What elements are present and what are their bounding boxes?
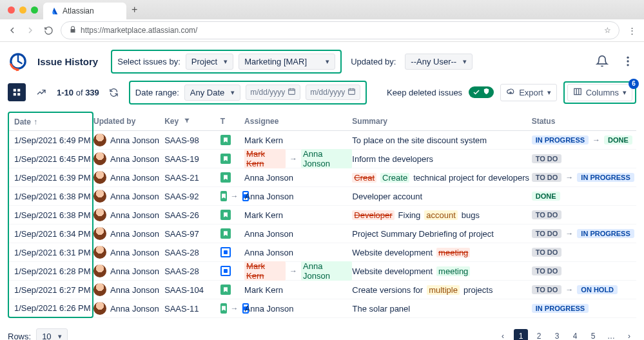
svg-rect-7 (17, 93, 20, 95)
table-row[interactable]: 1/Sep/2021 6:49 PMAnna JonsonSAAS-98Mark… (8, 131, 636, 150)
column-header-assignee[interactable]: Assignee (244, 117, 352, 126)
cell-key[interactable]: SAAS-98 (164, 135, 220, 145)
cell-key[interactable]: SAAS-92 (164, 192, 220, 201)
grid-view-button[interactable] (8, 83, 26, 101)
table-row[interactable]: 1/Sep/2021 6:38 PMAnna JonsonSAAS-26Mark… (8, 206, 636, 225)
tabs-row: Atlassian + (0, 0, 644, 19)
column-header-date[interactable]: Date ↑ (8, 112, 93, 131)
refresh-icon[interactable] (106, 84, 122, 101)
select-project-dropdown[interactable]: Marketing [MAR] ▾ (239, 54, 335, 70)
page-number-button[interactable]: 5 (586, 329, 600, 340)
date-from-input[interactable]: m/dd/yyyy (246, 85, 300, 100)
column-header-summary[interactable]: Summary (352, 117, 531, 126)
table-row[interactable]: 1/Sep/2021 6:28 PMAnna JonsonSAAS-28Mark… (8, 262, 636, 281)
date-range-dropdown[interactable]: Any Date ▾ (184, 85, 240, 101)
updated-by-dropdown[interactable]: --Any User-- ▾ (405, 54, 473, 70)
table-row[interactable]: 1/Sep/2021 6:31 PMAnna JonsonSAAS-28Anna… (8, 243, 636, 262)
updated-by-label: Updated by: (351, 57, 396, 66)
date-range-group: Date range: Any Date ▾ m/dd/yyyy m/dd/yy… (129, 81, 367, 105)
cell-key[interactable]: SAAS-19 (164, 154, 220, 164)
bookmark-star-icon[interactable]: ☆ (604, 26, 611, 35)
rows-per-page-select[interactable]: 10 ▾ (36, 328, 67, 341)
story-type-icon (220, 135, 231, 145)
back-icon[interactable] (6, 25, 18, 36)
cell-type (220, 285, 244, 295)
cell-updated-by: Anna Jonson (93, 171, 164, 184)
column-header-updated-by[interactable]: Updated by (93, 117, 164, 126)
chevron-down-icon: ▾ (231, 88, 235, 97)
story-type-icon (220, 303, 227, 314)
export-button[interactable]: Export ▾ (500, 84, 557, 101)
cell-key[interactable]: SAAS-97 (164, 229, 220, 239)
avatar (93, 246, 106, 259)
columns-button[interactable]: Columns ▾ (567, 84, 632, 101)
story-type-icon (220, 191, 227, 201)
column-header-type[interactable]: T (220, 117, 244, 126)
cell-date: 1/Sep/2021 6:27 PM (8, 281, 93, 299)
page-number-button[interactable]: 2 (532, 329, 546, 340)
page-number-button[interactable]: … (604, 329, 618, 340)
page-number-button[interactable]: 4 (568, 329, 582, 340)
cell-type (220, 247, 244, 257)
table-row[interactable]: 1/Sep/2021 6:45 PMAnna JonsonSAAS-19Mark… (8, 150, 636, 168)
more-menu-icon[interactable] (620, 53, 636, 70)
cell-date: 1/Sep/2021 6:34 PM (8, 225, 93, 243)
table-row[interactable]: 1/Sep/2021 6:26 PMAnna JonsonSAAS-11→Ann… (8, 299, 636, 318)
cell-date: 1/Sep/2021 6:38 PM (8, 206, 93, 225)
cell-key[interactable]: SAAS-28 (164, 266, 220, 276)
page-next-button[interactable]: › (622, 329, 636, 340)
table-row[interactable]: 1/Sep/2021 6:34 PMAnna JonsonSAAS-97Anna… (8, 225, 636, 243)
browser-menu-icon[interactable]: ⋮ (626, 25, 638, 36)
cell-key[interactable]: SAAS-28 (164, 248, 220, 257)
cell-summary: Developer Fixing account bugs (352, 210, 531, 220)
calendar-icon (288, 87, 296, 97)
table-row[interactable]: 1/Sep/2021 6:27 PMAnna JonsonSAAS-104Mar… (8, 281, 636, 299)
cell-date: 1/Sep/2021 6:26 PM (8, 299, 93, 318)
reload-icon[interactable] (43, 25, 54, 36)
page-number-button[interactable]: 3 (550, 329, 564, 340)
column-header-status[interactable]: Status (532, 117, 636, 126)
cell-key[interactable]: SAAS-21 (164, 173, 220, 183)
cell-assignee: Anna Jonson (244, 173, 352, 183)
new-tab-button[interactable]: + (126, 4, 143, 15)
url-text: https://marketplace.atlassian.com/ (81, 26, 197, 35)
select-mode-dropdown[interactable]: Project ▾ (186, 54, 233, 70)
footer-row: Rows: 10 ▾ ‹12345…› (8, 323, 636, 340)
status-lozenge: TO DO (532, 154, 562, 163)
cell-date: 1/Sep/2021 6:38 PM (8, 187, 93, 206)
notifications-icon[interactable] (594, 53, 610, 70)
toolbar-row: 1-10 of 339 Date range: Any Date ▾ m/dd/… (8, 79, 636, 105)
cell-key[interactable]: SAAS-104 (164, 285, 220, 295)
chart-view-button[interactable] (32, 83, 50, 101)
history-table: Date ↑ Updated by Key T Assignee Summary… (8, 112, 636, 318)
keep-deleted-toggle[interactable] (469, 86, 494, 98)
cell-assignee: Mark Kern (244, 285, 352, 295)
status-lozenge: ON HOLD (577, 285, 618, 294)
svg-rect-8 (289, 89, 295, 95)
table-row[interactable]: 1/Sep/2021 6:39 PMAnna JonsonSAAS-21Anna… (8, 168, 636, 187)
close-window-icon[interactable] (8, 6, 15, 14)
cell-key[interactable]: SAAS-11 (164, 304, 220, 314)
cell-status: IN PROGRESS (532, 304, 636, 313)
status-lozenge: TO DO (532, 248, 562, 257)
minimize-window-icon[interactable] (19, 6, 26, 14)
column-header-key[interactable]: Key (164, 117, 220, 126)
result-range: 1-10 of 339 (57, 88, 99, 97)
page-number-button[interactable]: 1 (514, 329, 528, 340)
table-body: 1/Sep/2021 6:49 PMAnna JonsonSAAS-98Mark… (8, 131, 636, 318)
table-row[interactable]: 1/Sep/2021 6:38 PMAnna JonsonSAAS-92→Ann… (8, 187, 636, 206)
cell-date: 1/Sep/2021 6:45 PM (8, 150, 93, 168)
cell-summary: Create versions for multiple projects (352, 285, 531, 295)
avatar (93, 265, 106, 277)
avatar (93, 190, 106, 203)
browser-tab[interactable]: Atlassian (43, 3, 126, 19)
maximize-window-icon[interactable] (31, 6, 38, 14)
date-to-input[interactable]: m/dd/yyyy (306, 85, 360, 100)
app-logo-icon (8, 51, 28, 72)
address-bar[interactable]: https://marketplace.atlassian.com/ ☆ (61, 21, 620, 39)
page-prev-button[interactable]: ‹ (496, 329, 510, 340)
svg-rect-9 (349, 89, 355, 95)
chevron-down-icon: ▾ (547, 88, 551, 97)
app-title: Issue History (37, 56, 98, 67)
cell-key[interactable]: SAAS-26 (164, 210, 220, 220)
